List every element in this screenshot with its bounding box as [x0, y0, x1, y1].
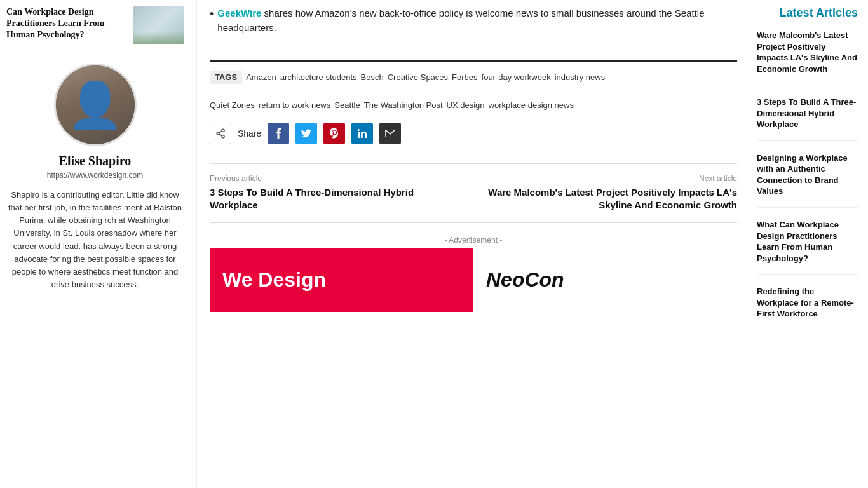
next-article: Next article Ware Malcomb's Latest Proje…	[484, 174, 737, 212]
svg-line-4	[219, 131, 222, 133]
linkedin-share-button[interactable]	[351, 123, 373, 144]
prev-article-title[interactable]: 3 Steps To Build A Three-Dimensional Hyb…	[210, 187, 414, 210]
tag-forbes[interactable]: Forbes	[452, 72, 477, 82]
tag-return-to-work[interactable]: return to work news	[259, 100, 330, 110]
left-sidebar: Can Workplace Design Practitioners Learn…	[0, 0, 197, 488]
tags-row2: Quiet Zones return to work news Seattle …	[210, 100, 737, 110]
geekwire-link[interactable]: GeekWire	[217, 8, 261, 18]
main-content: • GeekWire shares how Amazon's new back-…	[197, 0, 750, 488]
teaser-image	[133, 6, 184, 44]
article-navigation: Previous article 3 Steps To Build A Thre…	[210, 163, 737, 223]
list-item: Redefining the Workplace for a Remote-Fi…	[757, 286, 858, 330]
tag-ux-design[interactable]: UX design	[447, 100, 485, 110]
tag-bosch[interactable]: Bosch	[361, 72, 384, 82]
ad-label: - Advertisement -	[210, 236, 737, 245]
tag-amazon[interactable]: Amazon	[246, 72, 276, 82]
teaser-title[interactable]: Can Workplace Design Practitioners Learn…	[6, 6, 126, 41]
tags-section: TAGS Amazon architecture students Bosch …	[210, 60, 737, 90]
svg-point-0	[222, 129, 224, 132]
latest-article-title-5[interactable]: Redefining the Workplace for a Remote-Fi…	[757, 286, 858, 320]
advertisement-section: - Advertisement - We Design NeoCon	[210, 236, 737, 312]
tag-workplace-design-news[interactable]: workplace design news	[489, 100, 574, 110]
share-label: Share	[238, 128, 261, 139]
right-sidebar: Latest Articles Ware Malcomb's Latest Pr…	[750, 0, 864, 488]
ad-text-right: NeoCon	[486, 268, 564, 292]
author-section: Elise Shapiro https://www.workdesign.com…	[6, 64, 184, 291]
teaser-text: Can Workplace Design Practitioners Learn…	[6, 6, 126, 41]
svg-point-2	[222, 135, 224, 138]
ad-text-left: We Design	[222, 268, 326, 292]
avatar-image	[56, 65, 135, 144]
tag-quiet-zones[interactable]: Quiet Zones	[210, 100, 255, 110]
tag-industry-news[interactable]: industry news	[555, 72, 605, 82]
share-section: Share	[210, 123, 737, 144]
pinterest-share-button[interactable]	[323, 123, 345, 144]
avatar	[54, 64, 137, 146]
author-url[interactable]: https://www.workdesign.com	[6, 171, 184, 180]
latest-article-title-4[interactable]: What Can Workplace Design Practitioners …	[757, 219, 858, 264]
geekwire-text: GeekWire shares how Amazon's new back-to…	[217, 6, 737, 35]
list-item: What Can Workplace Design Practitioners …	[757, 219, 858, 274]
twitter-share-button[interactable]	[295, 123, 317, 144]
teaser-card: Can Workplace Design Practitioners Learn…	[6, 6, 184, 44]
latest-article-title-1[interactable]: Ware Malcomb's Latest Project Positively…	[757, 30, 858, 74]
latest-article-title-2[interactable]: 3 Steps To Build A Three-Dimensional Hyb…	[757, 97, 858, 130]
tag-four-day-workweek[interactable]: four-day workweek	[482, 72, 551, 82]
prev-label: Previous article	[210, 174, 463, 183]
email-share-button[interactable]	[379, 123, 401, 144]
author-name: Elise Shapiro	[6, 154, 184, 168]
list-item: Designing a Workplace with an Authentic …	[757, 152, 858, 208]
latest-article-title-3[interactable]: Designing a Workplace with an Authentic …	[757, 152, 858, 197]
next-label: Next article	[484, 174, 737, 183]
tag-creative-spaces[interactable]: Creative Spaces	[388, 72, 448, 82]
tags-label: TAGS	[210, 71, 242, 84]
facebook-share-button[interactable]	[268, 123, 289, 144]
geekwire-section: • GeekWire shares how Amazon's new back-…	[210, 0, 737, 60]
list-item: 3 Steps To Build A Three-Dimensional Hyb…	[757, 97, 858, 141]
list-item: Ware Malcomb's Latest Project Positively…	[757, 30, 858, 85]
share-toggle-button[interactable]	[210, 123, 231, 144]
prev-article: Previous article 3 Steps To Build A Thre…	[210, 174, 463, 212]
tag-seattle[interactable]: Seattle	[334, 100, 360, 110]
ad-banner: We Design NeoCon	[210, 248, 737, 312]
svg-point-1	[217, 132, 219, 135]
geekwire-body: shares how Amazon's new back-to-office p…	[217, 8, 704, 33]
geekwire-bullet: • GeekWire shares how Amazon's new back-…	[210, 6, 737, 35]
bullet-dot: •	[210, 6, 214, 22]
next-article-title[interactable]: Ware Malcomb's Latest Project Positively…	[488, 187, 737, 210]
svg-line-3	[219, 134, 222, 136]
latest-articles-title: Latest Articles	[757, 6, 858, 20]
author-bio: Shapiro is a contributing editor. Little…	[6, 189, 184, 291]
tag-architecture-students[interactable]: architecture students	[280, 72, 357, 82]
tag-washington-post[interactable]: The Washington Post	[364, 100, 443, 110]
